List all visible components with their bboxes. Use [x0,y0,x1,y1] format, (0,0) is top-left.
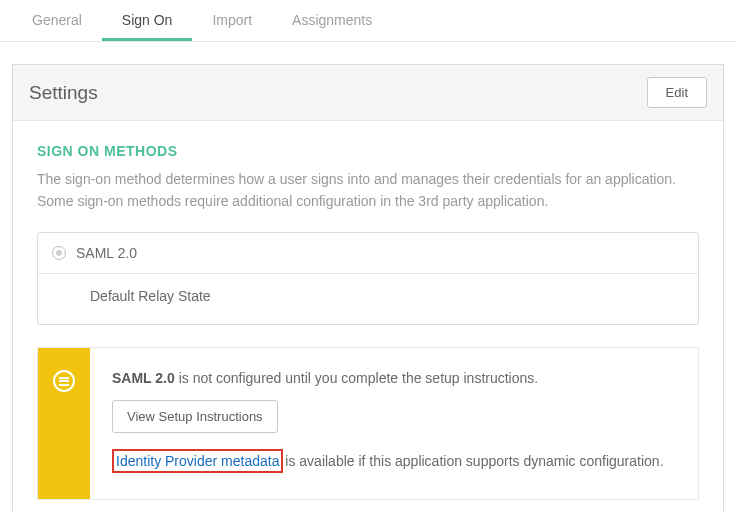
metadata-rest: is available if this application support… [281,453,663,469]
info-strip [38,348,90,499]
sign-on-methods-heading: SIGN ON METHODS [37,143,699,159]
method-row-saml[interactable]: SAML 2.0 [38,233,698,274]
view-setup-instructions-button[interactable]: View Setup Instructions [112,400,278,433]
settings-body: SIGN ON METHODS The sign-on method deter… [13,121,723,511]
info-callout: SAML 2.0 is not configured until you com… [37,347,699,500]
sign-on-methods-desc: The sign-on method determines how a user… [37,169,699,212]
edit-button[interactable]: Edit [647,77,707,108]
settings-header: Settings Edit [13,65,723,121]
method-box: SAML 2.0 Default Relay State [37,232,699,325]
tab-assignments[interactable]: Assignments [272,0,392,41]
settings-title: Settings [29,82,98,104]
list-icon [53,370,75,392]
tab-sign-on[interactable]: Sign On [102,0,193,41]
tabs-bar: General Sign On Import Assignments [0,0,736,42]
tab-import[interactable]: Import [192,0,272,41]
metadata-line: Identity Provider metadata is available … [112,449,676,473]
info-content: SAML 2.0 is not configured until you com… [90,348,698,499]
default-relay-state-label: Default Relay State [38,274,698,324]
info-lead: SAML 2.0 is not configured until you com… [112,370,676,386]
method-name: SAML 2.0 [76,245,137,261]
settings-panel: Settings Edit SIGN ON METHODS The sign-o… [12,64,724,511]
identity-provider-metadata-link[interactable]: Identity Provider metadata [112,449,283,473]
radio-icon [52,246,66,260]
info-lead-rest: is not configured until you complete the… [175,370,538,386]
tab-general[interactable]: General [12,0,102,41]
info-lead-bold: SAML 2.0 [112,370,175,386]
